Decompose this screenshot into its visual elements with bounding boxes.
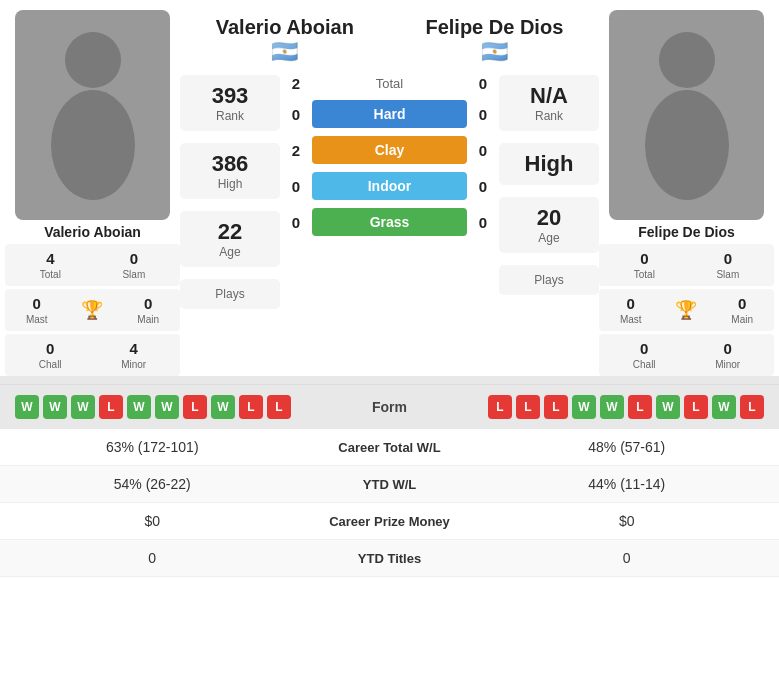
stats-right-val-0: 48% (57-61)	[490, 439, 765, 455]
right-main-value: 0	[738, 295, 746, 312]
right-player-column: Felipe De Dios 0 Total 0 Slam 0 Mast 🏆	[599, 10, 774, 376]
right-chall-value: 0	[640, 340, 648, 357]
left-minor-stat: 4 Minor	[121, 340, 146, 370]
grass-right-score: 0	[473, 214, 493, 231]
stats-left-val-1: 54% (26-22)	[15, 476, 290, 492]
trophy-icon-left: 🏆	[81, 299, 103, 321]
stats-table: 63% (172-101)Career Total W/L48% (57-61)…	[0, 429, 779, 577]
stats-right-val-2: $0	[490, 513, 765, 529]
right-mast-value: 0	[627, 295, 635, 312]
form-section: WWWLWWLWLL Form LLLWWLWLWL	[0, 384, 779, 429]
indoor-left-score: 0	[286, 178, 306, 195]
rank-high-row: 393 Rank 386 High 22 Age Plays	[180, 71, 599, 313]
right-total-value: 0	[640, 250, 648, 267]
hard-row: 0 Hard 0	[286, 100, 493, 128]
right-form-badge-1: L	[516, 395, 540, 419]
indoor-row: 0 Indoor 0	[286, 172, 493, 200]
center-column: Valerio Aboian 🇦🇷 Felipe De Dios 🇦🇷 393 …	[180, 10, 599, 376]
right-slam-label: Slam	[716, 269, 739, 280]
comparison-top: Valerio Aboian 4 Total 0 Slam 0 Mast 🏆	[0, 0, 779, 376]
right-stats-row1: 0 Total 0 Slam	[599, 244, 774, 286]
left-stats-row2: 0 Mast 🏆 0 Main	[5, 289, 180, 331]
left-main-label: Main	[137, 314, 159, 325]
right-chall-label: Chall	[633, 359, 656, 370]
right-form-badge-2: L	[544, 395, 568, 419]
left-player-name-center: Valerio Aboian 🇦🇷	[216, 15, 354, 65]
clay-row: 2 Clay 0	[286, 136, 493, 164]
left-rank-box: 393 Rank	[180, 75, 280, 131]
left-minor-label: Minor	[121, 359, 146, 370]
total-right-score: 0	[473, 75, 493, 92]
stats-right-val-3: 0	[490, 550, 765, 566]
right-mast-stat: 0 Mast	[620, 295, 642, 325]
svg-point-1	[51, 90, 135, 200]
stats-row-3: 0YTD Titles0	[0, 540, 779, 577]
right-minor-label: Minor	[715, 359, 740, 370]
left-player-silhouette	[33, 25, 153, 205]
left-name-display: Valerio Aboian	[216, 15, 354, 39]
clay-right-score: 0	[473, 142, 493, 159]
right-form-badge-0: L	[488, 395, 512, 419]
total-row: 2 Total 0	[286, 75, 493, 92]
left-high-label: High	[190, 177, 270, 191]
stats-row-1: 54% (26-22)YTD W/L44% (11-14)	[0, 466, 779, 503]
svg-point-2	[659, 32, 715, 88]
right-form-badge-8: W	[712, 395, 736, 419]
surface-scores: 2 Total 0 0 Hard 0 2 Clay 0	[286, 71, 493, 313]
clay-button[interactable]: Clay	[312, 136, 467, 164]
left-form-badge-5: W	[155, 395, 179, 419]
left-slam-value: 0	[130, 250, 138, 267]
right-form-badge-9: L	[740, 395, 764, 419]
right-flag: 🇦🇷	[425, 39, 563, 65]
left-plays-box: Plays	[180, 279, 280, 309]
left-chall-value: 0	[46, 340, 54, 357]
right-player-name-center: Felipe De Dios 🇦🇷	[425, 15, 563, 65]
stats-center-label-2: Career Prize Money	[290, 514, 490, 529]
right-mast-label: Mast	[620, 314, 642, 325]
left-main-stat: 0 Main	[137, 295, 159, 325]
grass-left-score: 0	[286, 214, 306, 231]
right-rank-value: N/A	[509, 83, 589, 109]
right-high-value: High	[509, 151, 589, 177]
right-stats-row2: 0 Mast 🏆 0 Main	[599, 289, 774, 331]
right-age-value: 20	[509, 205, 589, 231]
right-total-label: Total	[634, 269, 655, 280]
hard-right-score: 0	[473, 106, 493, 123]
total-label: Total	[312, 76, 467, 91]
left-chall-label: Chall	[39, 359, 62, 370]
right-rank-box: N/A Rank	[499, 75, 599, 131]
stats-row-0: 63% (172-101)Career Total W/L48% (57-61)	[0, 429, 779, 466]
stats-left-val-2: $0	[15, 513, 290, 529]
left-total-stat: 4 Total	[40, 250, 61, 280]
right-player-silhouette	[627, 25, 747, 205]
indoor-button[interactable]: Indoor	[312, 172, 467, 200]
left-form-badge-1: W	[43, 395, 67, 419]
left-minor-value: 4	[130, 340, 138, 357]
left-age-box: 22 Age	[180, 211, 280, 267]
right-age-box: 20 Age	[499, 197, 599, 253]
stats-center-label-0: Career Total W/L	[290, 440, 490, 455]
separator-1	[0, 376, 779, 384]
right-form-badge-7: L	[684, 395, 708, 419]
left-high-value: 386	[190, 151, 270, 177]
left-age-label: Age	[190, 245, 270, 259]
left-form-badge-0: W	[15, 395, 39, 419]
grass-row: 0 Grass 0	[286, 208, 493, 236]
right-rank-label: Rank	[509, 109, 589, 123]
left-stats-row3: 0 Chall 4 Minor	[5, 334, 180, 376]
left-stats-row1: 4 Total 0 Slam	[5, 244, 180, 286]
right-slam-stat: 0 Slam	[716, 250, 739, 280]
right-form-badge-4: W	[600, 395, 624, 419]
right-chall-stat: 0 Chall	[633, 340, 656, 370]
form-label: Form	[372, 399, 407, 415]
left-form-badge-6: L	[183, 395, 207, 419]
left-rank-high: 393 Rank 386 High 22 Age Plays	[180, 71, 280, 313]
svg-point-0	[65, 32, 121, 88]
hard-button[interactable]: Hard	[312, 100, 467, 128]
grass-button[interactable]: Grass	[312, 208, 467, 236]
right-minor-stat: 0 Minor	[715, 340, 740, 370]
right-form-badges: LLLWWLWLWL	[488, 395, 764, 419]
left-form-badge-3: L	[99, 395, 123, 419]
right-form-badge-6: W	[656, 395, 680, 419]
left-slam-stat: 0 Slam	[122, 250, 145, 280]
